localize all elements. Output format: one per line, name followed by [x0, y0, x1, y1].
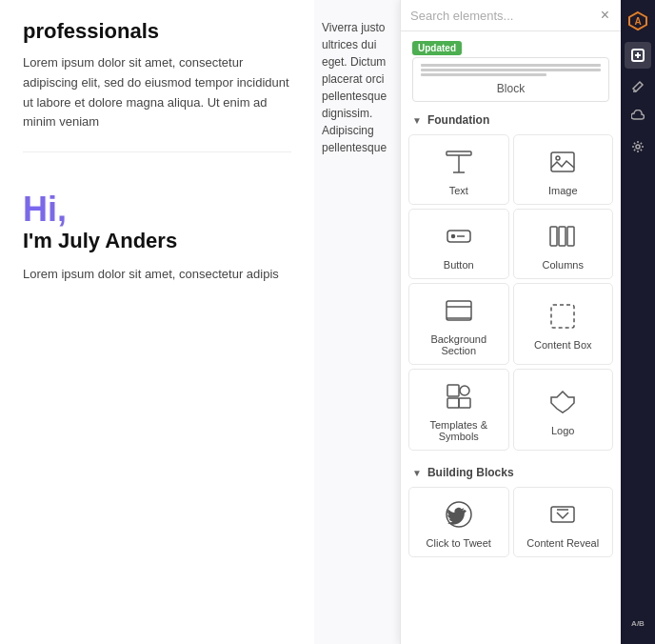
updated-block-preview[interactable]: Block	[412, 57, 609, 102]
content-box-icon	[546, 299, 580, 333]
content-box-label: Content Box	[534, 339, 592, 351]
element-background-section[interactable]: Background Section	[408, 283, 509, 365]
svg-point-6	[451, 235, 454, 238]
bottom-body: Lorem ipsum dolor sit amet, consectetur …	[23, 265, 291, 285]
svg-rect-11	[447, 301, 471, 320]
foundation-label: Foundation	[427, 113, 489, 127]
image-icon	[546, 145, 580, 179]
element-button[interactable]: Button	[408, 209, 509, 279]
top-section: professionals Lorem ipsum dolor sit amet…	[23, 19, 291, 132]
svg-rect-14	[551, 305, 574, 328]
columns-label: Columns	[543, 259, 584, 271]
foundation-section-header: ▼ Foundation	[401, 106, 621, 131]
svg-rect-18	[459, 398, 470, 408]
element-columns[interactable]: Columns	[513, 209, 614, 279]
button-label: Button	[444, 259, 474, 271]
panel-search-bar: ×	[401, 0, 621, 31]
element-templates-symbols[interactable]: Templates & Symbols	[408, 369, 509, 451]
element-content-box[interactable]: Content Box	[513, 283, 614, 365]
templates-symbols-icon	[442, 379, 476, 413]
logo-label: Logo	[551, 425, 574, 436]
right-text-area: Viverra justo ultrices dui eget. Dictum …	[314, 0, 400, 644]
element-content-reveal[interactable]: Content Reveal	[513, 487, 614, 557]
svg-point-4	[556, 156, 560, 160]
logo-icon	[546, 385, 580, 419]
right-toolbar: A A/B	[621, 0, 655, 644]
text-label: Text	[449, 185, 468, 196]
background-section-label: Background Section	[415, 333, 503, 356]
block-lines-icon	[421, 64, 601, 76]
elements-panel: × Updated Block ▼ Fo	[400, 0, 621, 644]
svg-point-16	[460, 386, 469, 395]
block-line-3	[421, 73, 546, 76]
bottom-section: Hi, I'm July Anders Lorem ipsum dolor si…	[23, 191, 291, 284]
app-logo: A	[625, 8, 651, 34]
button-icon	[442, 219, 476, 253]
top-body: Lorem ipsum dolor sit amet, consectetur …	[23, 53, 291, 132]
svg-text:A: A	[634, 16, 641, 27]
block-line-1	[421, 64, 601, 67]
svg-rect-3	[551, 152, 574, 171]
text-icon	[442, 145, 476, 179]
close-button[interactable]: ×	[599, 8, 611, 23]
building-blocks-label: Building Blocks	[427, 466, 514, 479]
right-text: Viverra justo ultrices dui eget. Dictum …	[322, 19, 392, 156]
cloud-button[interactable]	[625, 103, 651, 130]
panel-scroll-area: Updated Block ▼ Foundation	[401, 31, 621, 644]
element-logo[interactable]: Logo	[513, 369, 614, 451]
search-input[interactable]	[410, 9, 593, 23]
ab-test-button[interactable]: A/B	[625, 610, 651, 636]
element-image[interactable]: Image	[513, 134, 614, 205]
add-element-button[interactable]	[625, 42, 651, 69]
content-reveal-icon	[546, 497, 580, 532]
foundation-arrow-icon: ▼	[412, 115, 422, 126]
click-to-tweet-icon	[442, 497, 476, 532]
svg-rect-17	[447, 398, 459, 408]
settings-button[interactable]	[625, 133, 651, 160]
svg-rect-0	[447, 151, 471, 155]
content-reveal-label: Content Reveal	[526, 537, 599, 549]
updated-block-label: Block	[497, 82, 525, 95]
top-heading: professionals	[23, 19, 291, 44]
element-click-to-tweet[interactable]: Click to Tweet	[408, 487, 509, 557]
background-section-icon	[442, 293, 476, 328]
svg-rect-9	[559, 227, 566, 246]
building-blocks-grid: Click to Tweet Content Reveal	[401, 483, 621, 565]
edit-button[interactable]	[625, 72, 651, 99]
hi-text: Hi,	[23, 191, 291, 229]
block-line-2	[421, 69, 601, 71]
name-text: I'm July Anders	[23, 229, 291, 253]
content-area: professionals Lorem ipsum dolor sit amet…	[0, 0, 314, 644]
svg-point-28	[636, 145, 640, 149]
svg-rect-8	[550, 227, 557, 246]
foundation-grid: Text Image	[401, 131, 621, 458]
svg-rect-15	[447, 385, 459, 396]
element-text[interactable]: Text	[408, 134, 509, 205]
templates-symbols-label: Templates & Symbols	[415, 419, 503, 442]
columns-icon	[546, 219, 580, 253]
building-blocks-arrow-icon: ▼	[412, 468, 422, 478]
building-blocks-section-header: ▼ Building Blocks	[401, 458, 621, 483]
updated-block-section: Updated Block	[401, 31, 621, 106]
click-to-tweet-label: Click to Tweet	[427, 537, 491, 549]
svg-rect-10	[567, 227, 574, 246]
updated-badge: Updated	[412, 41, 462, 55]
image-label: Image	[548, 185, 578, 196]
